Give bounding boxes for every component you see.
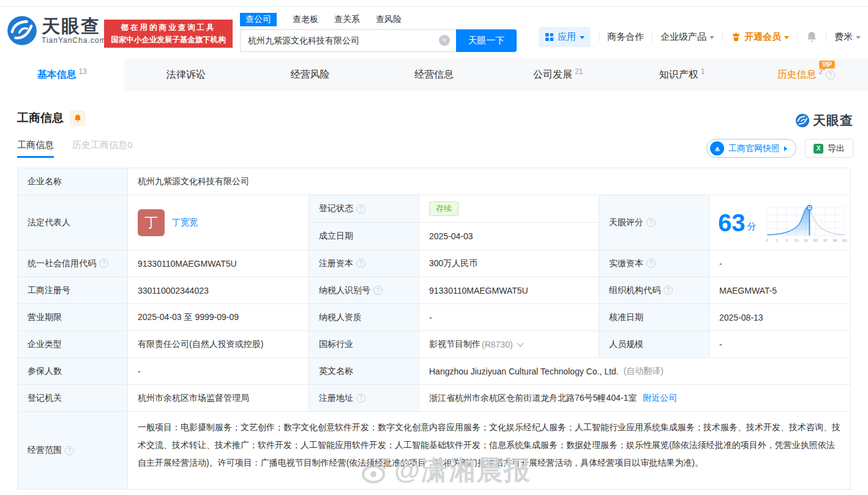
tab-history-info[interactable]: VIP 历史信息 2 ? (744, 59, 868, 91)
help-icon[interactable]: ? (356, 259, 365, 268)
svg-text:97: 97 (823, 238, 827, 242)
divider (797, 32, 798, 42)
subtabs: 工商信息 历史工商信息0 (17, 140, 132, 158)
tab-intellectual-property[interactable]: 知识产权 1 (620, 59, 744, 91)
taxpayer-quality-label: 纳税人资质 (309, 304, 419, 331)
tab-basic-info[interactable]: 基本信息 13 (0, 59, 124, 91)
help-icon[interactable]: ? (646, 218, 656, 227)
business-scope-value: 一般项目：电影摄制服务；文艺创作；数字文化创意软件开发；数字文化创意内容应用服务… (128, 412, 850, 489)
subtab-history-business-info[interactable]: 历史工商信息0 (72, 140, 132, 158)
nearby-companies-link[interactable]: 附近公司 (643, 393, 677, 404)
chevron-down-icon[interactable] (517, 340, 523, 346)
svg-text:85: 85 (814, 238, 818, 242)
score-unit: 分 (747, 221, 757, 233)
svg-text:15: 15 (794, 238, 798, 242)
vip-label: 开通会员 (744, 31, 781, 43)
site-logo[interactable]: 天眼查 TianYanCha.com (6, 15, 106, 47)
status-badge: 存续 (429, 201, 458, 216)
help-icon[interactable]: ? (373, 286, 383, 295)
cooperation-label: 商务合作 (607, 31, 644, 43)
company-name-label: 企业名称 (18, 168, 128, 195)
notification-bell-icon[interactable] (806, 31, 818, 43)
tab-legal-litigation[interactable]: 法律诉讼 (124, 59, 249, 91)
apps-label: 应用 (558, 31, 576, 43)
excel-icon: X (814, 144, 823, 154)
score-number: 63 (718, 210, 746, 235)
reg-address-label: 注册地址 ? (309, 385, 419, 412)
industry-value[interactable]: 影视节目制作 (R8730) (419, 331, 599, 358)
staff-size-label: 人员规模 (599, 331, 709, 358)
apps-menu[interactable]: 应用 (539, 27, 591, 47)
industry-code: (R8730) (482, 340, 513, 349)
username-label: 费米 (834, 31, 853, 43)
org-code-label: 组织机构代码 ? (599, 277, 709, 304)
tab-label: 基本信息 (37, 69, 77, 81)
reg-capital-label: 注册资本 ? (309, 250, 419, 277)
subtab-business-info[interactable]: 工商信息 (17, 140, 54, 158)
export-button[interactable]: X 导出 (805, 139, 853, 158)
help-icon[interactable]: ? (664, 286, 673, 295)
divider (722, 32, 723, 42)
enterprise-product-menu[interactable]: 企业级产品 (660, 31, 714, 43)
reg-authority-label: 登记机关 (18, 385, 128, 412)
divider (652, 32, 653, 42)
svg-text:100: 100 (841, 238, 847, 242)
monitor-bell-button[interactable] (70, 110, 86, 126)
legal-rep-avatar[interactable]: 丁 (138, 209, 165, 236)
chevron-down-icon (856, 36, 861, 39)
org-code-value: MAEGMWAT-5 (709, 277, 850, 304)
establish-date-value: 2025-04-03 (419, 223, 599, 250)
business-term-label: 营业期限 (18, 304, 128, 331)
tab-label: 经营信息 (414, 69, 454, 81)
open-vip-menu[interactable]: 开通会员 (731, 31, 789, 43)
section-title: 工商信息 (17, 110, 64, 126)
search-button[interactable]: 天眼一下 (456, 29, 517, 52)
app-grid-icon (545, 32, 554, 42)
top-strip (0, 0, 868, 7)
tianyancha-swirl-icon (6, 15, 38, 47)
paid-capital-label: 实缴资本 ? (599, 250, 709, 277)
help-icon[interactable]: ? (356, 204, 365, 214)
user-menu[interactable]: 费米 (834, 31, 861, 43)
svg-text:0: 0 (766, 238, 768, 242)
reg-capital-value: 300万人民币 (419, 250, 599, 277)
svg-text:1: 1 (776, 238, 777, 242)
official-snapshot-button[interactable]: 工商官网快照 (706, 139, 796, 158)
score-axis-ticks: 0 1 3 15 50 85 97 99 100 (766, 238, 847, 242)
tab-company-development[interactable]: 公司发展 21 (496, 59, 620, 91)
chevron-down-icon (784, 36, 789, 39)
search-tab-company[interactable]: 查公司 (240, 13, 277, 26)
reg-status-value: 存续 (419, 195, 599, 223)
insured-count-value: - (128, 358, 309, 385)
legal-rep-link[interactable]: 丁宽宽 (172, 217, 198, 228)
clear-search-icon[interactable]: × (439, 35, 450, 46)
section-watermark-logo: 天眼查 (795, 112, 853, 129)
english-name-label: 英文名称 (309, 358, 419, 385)
stamp-icon (710, 141, 724, 155)
help-icon[interactable]: ? (356, 393, 365, 403)
slogan-line2: 国家中小企业发展子基金旗下机构 (111, 34, 226, 46)
taxpayer-quality-value: - (419, 304, 599, 331)
page: 天眼查 TianYanCha.com 都在用的商业查询工具 国家中小企业发展子基… (0, 0, 868, 495)
help-icon[interactable]: ? (65, 446, 74, 455)
search-tab-risk[interactable]: 查风险 (376, 14, 402, 25)
header-menu: 应用 商务合作 企业级产品 开通会员 (539, 26, 861, 48)
auto-translate-note: (自动翻译) (623, 366, 663, 377)
export-label: 导出 (828, 143, 845, 154)
tab-count: 1 (701, 67, 705, 76)
business-info-table: 企业名称 杭州九紫源文化科技有限公司 法定代表人 丁 丁宽宽 登记状态 ? 存续… (17, 168, 851, 489)
search-tab-relation[interactable]: 查关系 (334, 14, 360, 25)
svg-text:3: 3 (785, 238, 787, 242)
divider (599, 32, 599, 42)
tab-operation-risk[interactable]: 经营风险 (248, 59, 372, 91)
search-input[interactable] (240, 29, 456, 52)
tab-label: 历史信息 (777, 69, 816, 81)
help-icon[interactable]: ? (826, 70, 835, 80)
tab-label: 经营风险 (290, 69, 329, 81)
help-icon[interactable]: ? (646, 259, 656, 268)
help-icon[interactable]: ? (99, 259, 108, 268)
english-name-value: Hangzhou Jiuziyuan Cultural Technology C… (419, 358, 850, 385)
cooperation-menu[interactable]: 商务合作 (607, 31, 644, 43)
tab-operation-info[interactable]: 经营信息 (372, 59, 496, 91)
search-tab-boss[interactable]: 查老板 (293, 14, 318, 25)
